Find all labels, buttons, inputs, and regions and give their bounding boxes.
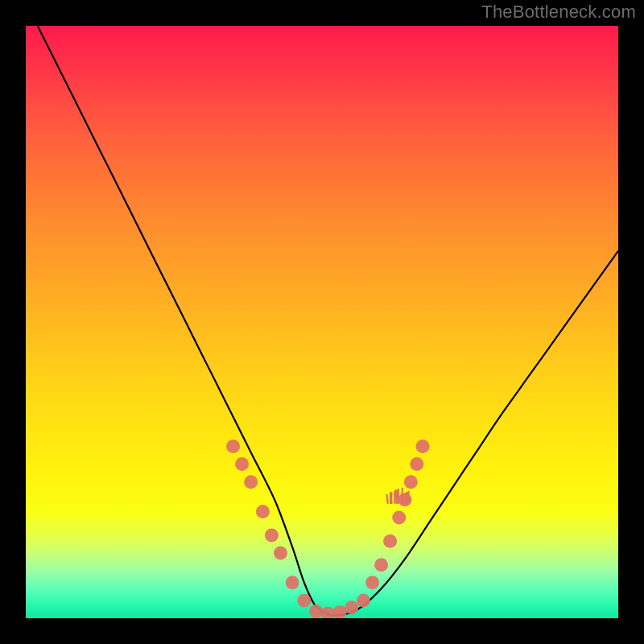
data-point: [357, 593, 370, 607]
data-point: [286, 576, 299, 589]
data-point: [244, 475, 258, 489]
data-markers: [226, 440, 429, 618]
data-point: [297, 593, 311, 607]
bottleneck-curve: [38, 26, 618, 615]
grass-spike: [387, 495, 388, 503]
data-point: [265, 529, 279, 543]
data-point: [274, 547, 287, 560]
data-point: [321, 607, 335, 618]
data-point: [235, 457, 249, 471]
grass-accent: [387, 489, 409, 503]
data-point: [410, 457, 423, 471]
grass-spike: [390, 493, 391, 503]
watermark-text: TheBottleneck.com: [481, 2, 636, 23]
plot-area: [26, 26, 618, 618]
data-point: [383, 535, 397, 548]
data-point: [345, 601, 358, 614]
grass-spike: [396, 490, 397, 503]
data-point: [309, 605, 323, 618]
chart-frame: TheBottleneck.com: [0, 0, 644, 644]
grass-spike: [406, 493, 407, 503]
data-point: [392, 510, 406, 524]
data-point: [226, 440, 240, 453]
data-point: [404, 475, 418, 489]
data-point: [416, 440, 430, 453]
curve-svg: [26, 26, 618, 618]
data-point: [256, 505, 270, 518]
data-point: [374, 558, 388, 572]
data-point: [365, 576, 379, 589]
data-point: [333, 605, 347, 618]
